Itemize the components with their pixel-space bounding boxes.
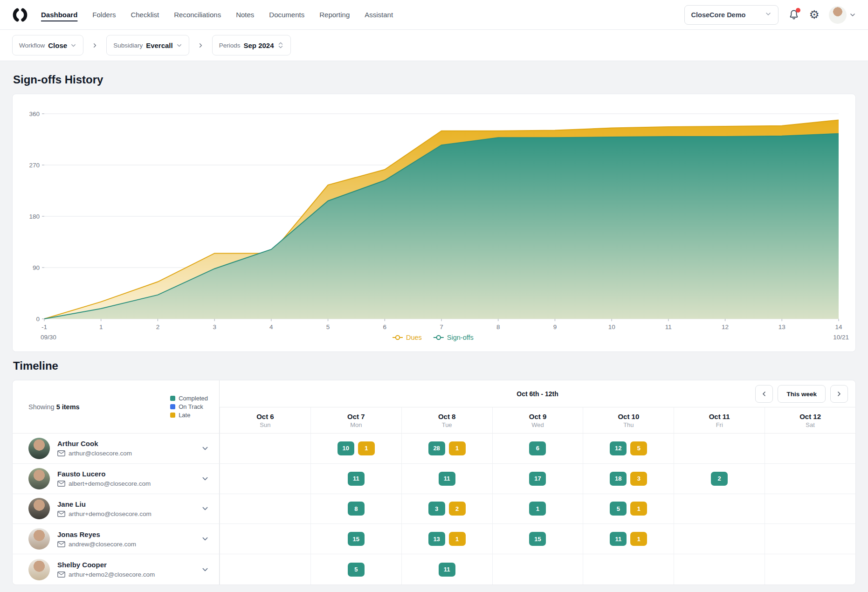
expand-row-button[interactable] (201, 445, 209, 452)
day-of-week: Wed (531, 421, 544, 428)
day-header-oct-9: Oct 9Wed (492, 407, 583, 434)
topnav-right: CloseCore Demo ⚙ (684, 5, 856, 25)
chevron-left-icon (761, 391, 767, 397)
svg-text:11: 11 (665, 324, 672, 330)
nav-item-documents[interactable]: Documents (269, 11, 304, 19)
nav-item-notes[interactable]: Notes (236, 11, 254, 19)
legend-item-ontrack: On Track (170, 403, 208, 410)
timeline-cell: 131 (401, 524, 492, 554)
legend-label: Late (179, 412, 190, 419)
timeline-cell: 101 (310, 434, 401, 464)
next-week-button[interactable] (830, 385, 848, 403)
subsidiary-selector[interactable]: Subsidiary Evercall (106, 35, 189, 55)
nav-item-checklist[interactable]: Checklist (131, 11, 159, 19)
timeline-cell: 32 (401, 494, 492, 524)
svg-text:13: 13 (778, 324, 785, 330)
completed-count-badge: 5 (610, 502, 627, 516)
expand-row-button[interactable] (201, 505, 209, 512)
user-menu[interactable] (829, 6, 856, 24)
workflow-selector[interactable]: Workflow Close (12, 35, 83, 55)
timeline-cell (220, 494, 310, 524)
svg-text:12: 12 (722, 324, 729, 330)
breadcrumb: Workflow Close Subsidiary Evercall Perio… (0, 30, 868, 61)
settings-button[interactable]: ⚙ (809, 9, 820, 21)
workspace-name: CloseCore Demo (691, 11, 746, 19)
svg-text:5: 5 (326, 324, 330, 330)
status-legend: CompletedOn TrackLate (170, 395, 208, 419)
legend-label: On Track (179, 403, 203, 410)
signoffs-history-chart-card: 090180270360-1123456789101112131409/3010… (12, 94, 856, 352)
chevron-down-icon (201, 445, 209, 452)
timeline-cell: 2 (674, 464, 765, 494)
nav-item-reporting[interactable]: Reporting (319, 11, 350, 19)
day-header-oct-8: Oct 8Tue (401, 407, 492, 434)
svg-text:-1: -1 (41, 324, 47, 330)
day-header-oct-6: Oct 6Sun (220, 407, 310, 434)
day-date: Oct 7 (347, 413, 365, 420)
svg-text:10: 10 (608, 324, 615, 330)
completed-count-badge: 6 (529, 441, 546, 455)
timeline-cell: 281 (401, 434, 492, 464)
svg-text:0: 0 (36, 316, 40, 323)
late-count-badge: 2 (449, 502, 466, 516)
completed-swatch-icon (170, 396, 175, 401)
person-email: arthur+demo@closecore.com (57, 510, 152, 517)
timeline-cell (765, 464, 855, 494)
previous-week-button[interactable] (755, 385, 773, 403)
timeline-cell (674, 494, 765, 524)
mail-icon (57, 481, 65, 487)
workspace-selector[interactable]: CloseCore Demo (684, 5, 778, 25)
nav-item-assistant[interactable]: Assistant (365, 11, 393, 19)
expand-row-button[interactable] (201, 566, 209, 573)
day-of-week: Tue (442, 421, 452, 428)
person-avatar (28, 559, 50, 580)
completed-count-badge: 3 (428, 502, 445, 516)
chart-legend-item[interactable]: Sign-offs (434, 334, 474, 341)
person-row-arthur-cook: Arthur Cookarthur@closecore.com (13, 434, 220, 464)
nav-item-dashboard[interactable]: Dashboard (41, 11, 77, 19)
person-row-jonas-reyes: Jonas Reyesandrew@closecore.com (13, 524, 220, 554)
periods-selector[interactable]: Periods Sep 2024 (212, 35, 291, 55)
nav-item-reconciliations[interactable]: Reconciliations (174, 11, 221, 19)
app-logo-icon[interactable] (12, 7, 28, 23)
person-avatar (28, 438, 50, 459)
email-text: arthur+demo@closecore.com (69, 510, 152, 517)
expand-row-button[interactable] (201, 475, 209, 482)
signoffs-history-chart: 090180270360-1123456789101112131409/3010… (20, 103, 848, 348)
svg-text:7: 7 (440, 324, 443, 330)
timeline-cell (220, 434, 310, 464)
this-week-button[interactable]: This week (778, 385, 826, 403)
svg-text:10/21: 10/21 (833, 334, 849, 341)
gear-icon: ⚙ (809, 9, 820, 21)
stepper-updown-icon (277, 41, 284, 49)
late-count-badge: 1 (449, 532, 466, 546)
timeline-cell: 8 (310, 494, 401, 524)
late-swatch-icon (170, 413, 175, 418)
timeline-cell: 6 (492, 434, 583, 464)
timeline-cell: 5 (310, 554, 401, 585)
expand-row-button[interactable] (201, 535, 209, 543)
week-controls: This week (755, 385, 848, 403)
svg-text:6: 6 (383, 324, 387, 330)
mail-icon (57, 511, 65, 517)
day-date: Oct 6 (256, 413, 274, 420)
svg-text:9: 9 (553, 324, 557, 330)
workflow-value: Close (48, 41, 67, 49)
timeline-cell: 111 (583, 524, 674, 554)
nav-item-folders[interactable]: Folders (92, 11, 116, 19)
week-range-label: Oct 6th - 12th (517, 390, 558, 398)
completed-count-badge: 17 (529, 472, 546, 486)
svg-text:3: 3 (213, 324, 216, 330)
legend-item-late: Late (170, 412, 208, 419)
timeline-cell (220, 464, 310, 494)
person-name: Jane Liu (57, 500, 152, 508)
chevron-down-icon (201, 505, 209, 512)
chart-legend-item[interactable]: Dues (393, 334, 422, 341)
completed-count-badge: 18 (610, 472, 627, 486)
day-of-week: Thu (623, 421, 634, 428)
legend-label: Completed (179, 395, 208, 402)
late-count-badge: 1 (630, 502, 647, 516)
timeline-cell: 125 (583, 434, 674, 464)
chevron-down-icon (201, 566, 209, 573)
notifications-button[interactable] (788, 9, 800, 21)
